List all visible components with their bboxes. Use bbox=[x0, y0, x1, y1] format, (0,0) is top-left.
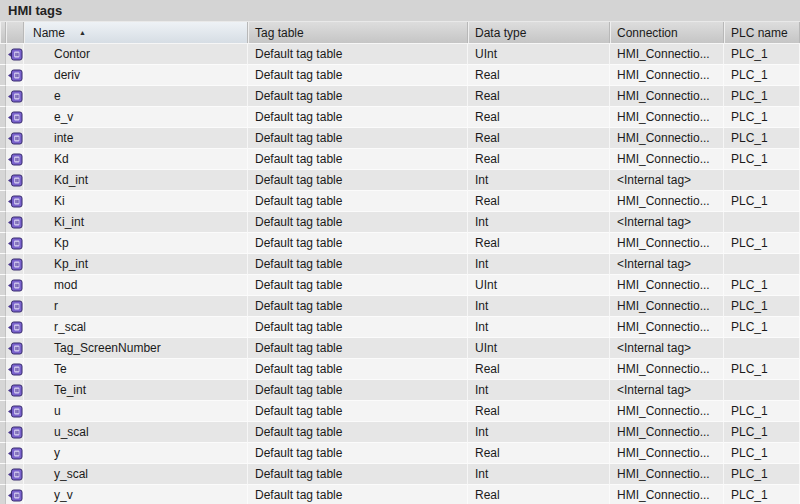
tag-table-cell[interactable]: Default tag table bbox=[248, 149, 468, 170]
connection-cell[interactable]: HMI_Connectio... bbox=[610, 485, 724, 504]
connection-cell[interactable]: <Internal tag> bbox=[610, 212, 724, 233]
tag-table-cell[interactable]: Default tag table bbox=[248, 485, 468, 504]
table-row[interactable]: e Default tag table Real HMI_Connectio..… bbox=[0, 86, 800, 107]
table-row[interactable]: mod Default tag table UInt HMI_Connectio… bbox=[0, 275, 800, 296]
tag-table-cell[interactable]: Default tag table bbox=[248, 170, 468, 191]
tag-table-cell[interactable]: Default tag table bbox=[248, 401, 468, 422]
plc-name-cell[interactable]: PLC_1 bbox=[724, 317, 800, 338]
data-type-cell[interactable]: Int bbox=[468, 464, 610, 485]
tag-name-cell[interactable]: e bbox=[24, 86, 248, 107]
data-type-cell[interactable]: Int bbox=[468, 317, 610, 338]
tag-name-cell[interactable]: Te_int bbox=[24, 380, 248, 401]
data-type-cell[interactable]: Real bbox=[468, 485, 610, 504]
connection-cell[interactable]: <Internal tag> bbox=[610, 170, 724, 191]
tag-table-cell[interactable]: Default tag table bbox=[248, 254, 468, 275]
data-type-cell[interactable]: Int bbox=[468, 170, 610, 191]
tag-table-cell[interactable]: Default tag table bbox=[248, 296, 468, 317]
table-row[interactable]: Ki_int Default tag table Int <Internal t… bbox=[0, 212, 800, 233]
tag-table-cell[interactable]: Default tag table bbox=[248, 317, 468, 338]
data-type-cell[interactable]: Int bbox=[468, 296, 610, 317]
tag-table-cell[interactable]: Default tag table bbox=[248, 443, 468, 464]
tag-name-cell[interactable]: Te bbox=[24, 359, 248, 380]
tag-table-cell[interactable]: Default tag table bbox=[248, 107, 468, 128]
data-type-cell[interactable]: Real bbox=[468, 443, 610, 464]
tag-name-cell[interactable]: Kd bbox=[24, 149, 248, 170]
table-row[interactable]: Tag_ScreenNumber Default tag table UInt … bbox=[0, 338, 800, 359]
tag-table-cell[interactable]: Default tag table bbox=[248, 275, 468, 296]
table-row[interactable]: Contor Default tag table UInt HMI_Connec… bbox=[0, 44, 800, 65]
column-header-name[interactable]: Name ▲ bbox=[24, 22, 248, 43]
connection-cell[interactable]: HMI_Connectio... bbox=[610, 44, 724, 65]
tag-name-cell[interactable]: u bbox=[24, 401, 248, 422]
tag-table-cell[interactable]: Default tag table bbox=[248, 65, 468, 86]
table-row[interactable]: Ki Default tag table Real HMI_Connectio.… bbox=[0, 191, 800, 212]
plc-name-cell[interactable]: PLC_1 bbox=[724, 44, 800, 65]
column-header-tag-table[interactable]: Tag table bbox=[248, 22, 468, 43]
plc-name-cell[interactable] bbox=[724, 212, 800, 233]
connection-cell[interactable]: HMI_Connectio... bbox=[610, 65, 724, 86]
tag-table-cell[interactable]: Default tag table bbox=[248, 128, 468, 149]
data-type-cell[interactable]: Int bbox=[468, 212, 610, 233]
table-row[interactable]: u Default tag table Real HMI_Connectio..… bbox=[0, 401, 800, 422]
column-header-plc-name[interactable]: PLC name bbox=[724, 22, 800, 43]
plc-name-cell[interactable]: PLC_1 bbox=[724, 107, 800, 128]
table-row[interactable]: r Default tag table Int HMI_Connectio...… bbox=[0, 296, 800, 317]
plc-name-cell[interactable]: PLC_1 bbox=[724, 275, 800, 296]
connection-cell[interactable]: HMI_Connectio... bbox=[610, 401, 724, 422]
connection-cell[interactable]: HMI_Connectio... bbox=[610, 233, 724, 254]
tag-name-cell[interactable]: r bbox=[24, 296, 248, 317]
column-header-data-type[interactable]: Data type bbox=[468, 22, 610, 43]
tag-name-cell[interactable]: inte bbox=[24, 128, 248, 149]
tag-name-cell[interactable]: y bbox=[24, 443, 248, 464]
connection-cell[interactable]: HMI_Connectio... bbox=[610, 128, 724, 149]
data-type-cell[interactable]: UInt bbox=[468, 338, 610, 359]
table-row[interactable]: u_scal Default tag table Int HMI_Connect… bbox=[0, 422, 800, 443]
connection-cell[interactable]: <Internal tag> bbox=[610, 380, 724, 401]
connection-cell[interactable]: HMI_Connectio... bbox=[610, 317, 724, 338]
tag-name-cell[interactable]: mod bbox=[24, 275, 248, 296]
plc-name-cell[interactable]: PLC_1 bbox=[724, 191, 800, 212]
table-row[interactable]: e_v Default tag table Real HMI_Connectio… bbox=[0, 107, 800, 128]
connection-cell[interactable]: HMI_Connectio... bbox=[610, 296, 724, 317]
tag-name-cell[interactable]: u_scal bbox=[24, 422, 248, 443]
column-header-connection[interactable]: Connection bbox=[610, 22, 724, 43]
tag-table-cell[interactable]: Default tag table bbox=[248, 191, 468, 212]
plc-name-cell[interactable]: PLC_1 bbox=[724, 86, 800, 107]
tag-name-cell[interactable]: y_scal bbox=[24, 464, 248, 485]
tag-table-cell[interactable]: Default tag table bbox=[248, 233, 468, 254]
table-row[interactable]: inte Default tag table Real HMI_Connecti… bbox=[0, 128, 800, 149]
table-row[interactable]: Te_int Default tag table Int <Internal t… bbox=[0, 380, 800, 401]
tag-name-cell[interactable]: Kp_int bbox=[24, 254, 248, 275]
tag-name-cell[interactable]: Ki bbox=[24, 191, 248, 212]
data-type-cell[interactable]: Real bbox=[468, 128, 610, 149]
connection-cell[interactable]: HMI_Connectio... bbox=[610, 191, 724, 212]
plc-name-cell[interactable]: PLC_1 bbox=[724, 233, 800, 254]
tag-table-cell[interactable]: Default tag table bbox=[248, 422, 468, 443]
table-row[interactable]: r_scal Default tag table Int HMI_Connect… bbox=[0, 317, 800, 338]
tag-name-cell[interactable]: Ki_int bbox=[24, 212, 248, 233]
tag-name-cell[interactable]: deriv bbox=[24, 65, 248, 86]
table-row[interactable]: y_scal Default tag table Int HMI_Connect… bbox=[0, 464, 800, 485]
connection-cell[interactable]: HMI_Connectio... bbox=[610, 464, 724, 485]
data-type-cell[interactable]: Real bbox=[468, 107, 610, 128]
plc-name-cell[interactable] bbox=[724, 380, 800, 401]
plc-name-cell[interactable]: PLC_1 bbox=[724, 128, 800, 149]
tag-table-cell[interactable]: Default tag table bbox=[248, 212, 468, 233]
connection-cell[interactable]: HMI_Connectio... bbox=[610, 422, 724, 443]
tag-table-cell[interactable]: Default tag table bbox=[248, 359, 468, 380]
data-type-cell[interactable]: Real bbox=[468, 86, 610, 107]
table-row[interactable]: y_v Default tag table Real HMI_Connectio… bbox=[0, 485, 800, 504]
plc-name-cell[interactable] bbox=[724, 338, 800, 359]
table-row[interactable]: Kp Default tag table Real HMI_Connectio.… bbox=[0, 233, 800, 254]
table-row[interactable]: Kd Default tag table Real HMI_Connectio.… bbox=[0, 149, 800, 170]
connection-cell[interactable]: HMI_Connectio... bbox=[610, 149, 724, 170]
table-row[interactable]: Te Default tag table Real HMI_Connectio.… bbox=[0, 359, 800, 380]
plc-name-cell[interactable]: PLC_1 bbox=[724, 422, 800, 443]
tag-table-cell[interactable]: Default tag table bbox=[248, 380, 468, 401]
data-type-cell[interactable]: Real bbox=[468, 65, 610, 86]
tag-name-cell[interactable]: e_v bbox=[24, 107, 248, 128]
table-row[interactable]: Kp_int Default tag table Int <Internal t… bbox=[0, 254, 800, 275]
data-type-cell[interactable]: UInt bbox=[468, 275, 610, 296]
tag-name-cell[interactable]: Kd_int bbox=[24, 170, 248, 191]
data-type-cell[interactable]: Real bbox=[468, 149, 610, 170]
